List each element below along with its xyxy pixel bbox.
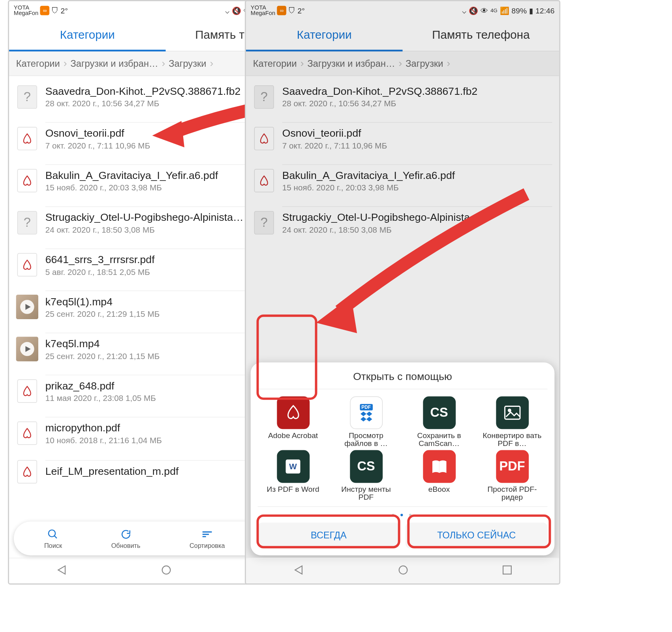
app-label: Из PDF в Word bbox=[267, 485, 319, 501]
nav-home[interactable] bbox=[160, 564, 172, 578]
file-meta: 7 окт. 2020 г., 7:11 10,96 МБ bbox=[282, 141, 552, 150]
svg-rect-16 bbox=[505, 406, 520, 419]
tab-categories[interactable]: Категории bbox=[246, 19, 403, 51]
app-option[interactable]: PDFПростой PDF-ридер bbox=[477, 450, 548, 502]
just-once-button[interactable]: ТОЛЬКО СЕЙЧАС bbox=[405, 523, 548, 548]
carrier-label: YOTAMegaFon bbox=[14, 5, 39, 17]
svg-marker-21 bbox=[316, 296, 357, 333]
refresh-button[interactable]: Обновить bbox=[111, 528, 141, 549]
pdf-icon bbox=[17, 127, 37, 150]
app-icon: PDF bbox=[350, 396, 383, 429]
shield-icon: ⛉ bbox=[288, 6, 296, 15]
pdf-icon bbox=[17, 169, 37, 192]
app-option[interactable]: CSСохранить в CamScan… bbox=[404, 396, 475, 448]
chevron-right-icon: › bbox=[399, 57, 402, 70]
bc-item[interactable]: Загрузки bbox=[405, 58, 443, 69]
tab-bar: Категории Память телефона bbox=[246, 19, 559, 51]
net-icon: 4G bbox=[490, 8, 497, 13]
app-badge-icon: ∞ bbox=[277, 6, 287, 15]
status-bar: YOTAMegaFon ∞ ⛉ 2° ⌵ 🔇 👁 4G 📶 89% ▮ 12:4… bbox=[246, 1, 559, 19]
eye-icon: 👁 bbox=[481, 6, 488, 15]
file-row[interactable]: ? Strugackiy_Otel-U-Pogibshego-Alpinista… bbox=[246, 202, 559, 244]
play-icon bbox=[20, 300, 34, 314]
battery-icon: ▮ bbox=[529, 6, 533, 15]
app-icon: CS bbox=[350, 450, 383, 483]
always-button[interactable]: ВСЕГДА bbox=[258, 523, 400, 548]
tab-categories[interactable]: Категории bbox=[9, 19, 166, 51]
chevron-right-icon: › bbox=[447, 57, 450, 70]
svg-marker-12 bbox=[360, 411, 366, 416]
app-label: eBoox bbox=[428, 485, 450, 501]
nav-back[interactable] bbox=[293, 564, 304, 578]
bc-item[interactable]: Загрузки и избран… bbox=[307, 58, 395, 69]
page-indicator: ● ● ● bbox=[258, 512, 548, 518]
pdf-icon bbox=[17, 460, 37, 483]
nav-back[interactable] bbox=[56, 564, 68, 578]
clock: 12:46 bbox=[535, 6, 554, 15]
pdf-icon bbox=[254, 169, 274, 192]
app-icon bbox=[496, 396, 529, 429]
bc-item[interactable]: Категории bbox=[16, 58, 60, 69]
file-name: Osnovi_teorii.pdf bbox=[282, 128, 552, 140]
file-meta: 28 окт. 2020 г., 10:56 34,27 МБ bbox=[282, 99, 552, 108]
file-name: Strugackiy_Otel-U-Pogibshego-Alpinista… bbox=[282, 212, 552, 224]
svg-point-0 bbox=[49, 530, 55, 537]
nav-recent[interactable] bbox=[502, 564, 513, 577]
sheet-title: Открыть с помощью bbox=[258, 371, 548, 383]
app-icon: PDF bbox=[496, 450, 529, 483]
shield-icon: ⛉ bbox=[51, 6, 59, 15]
app-label: Adobe Acrobat bbox=[268, 431, 318, 448]
video-thumbnail bbox=[16, 337, 38, 361]
app-grid: Adobe AcrobatPDFПросмотр файлов в …CSСох… bbox=[258, 389, 548, 507]
file-row[interactable]: ? Saavedra_Don-Kihot._P2vSQ.388671.fb2 2… bbox=[246, 76, 559, 117]
svg-point-9 bbox=[162, 566, 171, 574]
app-option[interactable]: CSИнстру менты PDF bbox=[331, 450, 402, 502]
file-row[interactable]: Bakulin_A_Gravitaciya_I_Yefir.a6.pdf 15 … bbox=[246, 160, 559, 202]
app-option[interactable]: WИз PDF в Word bbox=[258, 450, 328, 502]
unknown-file-icon: ? bbox=[17, 85, 37, 108]
signal-icon: 📶 bbox=[500, 6, 509, 15]
file-list[interactable]: ? Saavedra_Don-Kihot._P2vSQ.388671.fb2 2… bbox=[246, 76, 559, 244]
tab-storage[interactable]: Память телефона bbox=[403, 19, 559, 51]
svg-point-19 bbox=[399, 566, 407, 574]
unknown-file-icon: ? bbox=[254, 85, 274, 108]
video-thumbnail bbox=[16, 295, 38, 319]
app-badge-icon: ∞ bbox=[40, 6, 50, 15]
file-name: Saavedra_Don-Kihot._P2vSQ.388671.fb2 bbox=[282, 85, 552, 98]
app-option[interactable]: Adobe Acrobat bbox=[258, 396, 328, 448]
search-button[interactable]: Поиск bbox=[44, 528, 62, 549]
svg-rect-20 bbox=[503, 566, 512, 574]
file-name: Bakulin_A_Gravitaciya_I_Yefir.a6.pdf bbox=[282, 169, 552, 182]
pdf-icon bbox=[254, 127, 274, 150]
sort-button[interactable]: Сортировка bbox=[190, 528, 225, 549]
chevron-right-icon: › bbox=[300, 57, 304, 70]
app-option[interactable]: Конвертиро вать PDF в… bbox=[477, 396, 548, 448]
bc-item[interactable]: Категории bbox=[253, 58, 297, 69]
svg-marker-14 bbox=[360, 417, 366, 421]
file-row[interactable]: Osnovi_teorii.pdf 7 окт. 2020 г., 7:11 1… bbox=[246, 117, 559, 160]
app-option[interactable]: eBoox bbox=[404, 450, 475, 502]
phone-right: YOTAMegaFon ∞ ⛉ 2° ⌵ 🔇 👁 4G 📶 89% ▮ 12:4… bbox=[245, 0, 560, 585]
temp-label: 2° bbox=[298, 6, 305, 15]
chevron-right-icon: › bbox=[64, 57, 67, 70]
nav-home[interactable] bbox=[397, 564, 409, 578]
app-option[interactable]: PDFПросмотр файлов в … bbox=[331, 396, 402, 448]
pdf-icon bbox=[17, 380, 37, 403]
file-meta: 24 окт. 2020 г., 18:50 3,08 МБ bbox=[282, 225, 552, 235]
nav-bar bbox=[246, 558, 559, 583]
svg-marker-13 bbox=[366, 411, 372, 416]
app-icon bbox=[423, 450, 456, 483]
bluetooth-icon: ⌵ bbox=[462, 6, 467, 15]
app-icon: W bbox=[277, 450, 310, 483]
app-label: Простой PDF-ридер bbox=[480, 485, 544, 501]
bc-item[interactable]: Загрузки и избран… bbox=[70, 58, 158, 69]
search-icon bbox=[47, 528, 59, 541]
bc-item[interactable]: Загрузки bbox=[169, 58, 206, 69]
app-label: Инстру менты PDF bbox=[334, 485, 398, 501]
mute-icon: 🔇 bbox=[469, 6, 478, 15]
file-meta: 15 нояб. 2020 г., 20:03 3,98 МБ bbox=[282, 183, 552, 192]
svg-line-1 bbox=[54, 536, 57, 538]
chevron-right-icon: › bbox=[162, 57, 165, 70]
svg-marker-15 bbox=[366, 417, 372, 421]
breadcrumb[interactable]: Категории› Загрузки и избран…› Загрузки› bbox=[246, 51, 559, 76]
